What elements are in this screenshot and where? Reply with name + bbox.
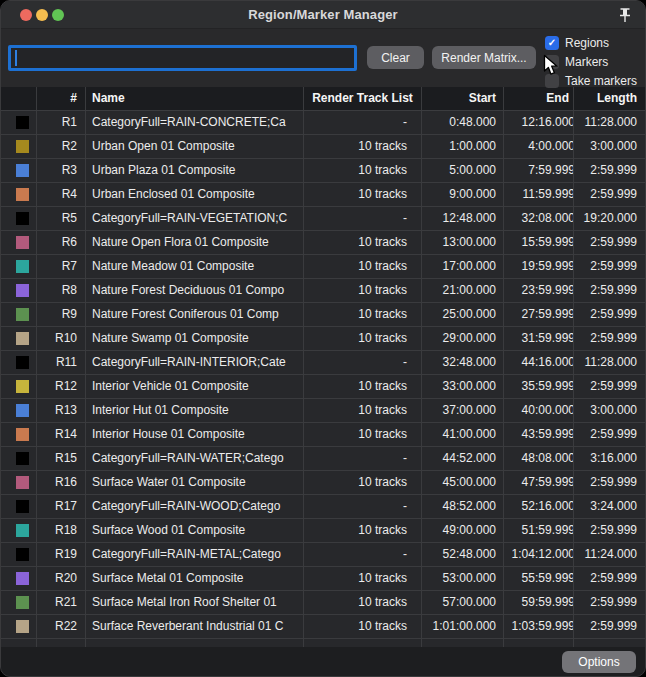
table-row[interactable]: R6 Nature Open Flora 01 Composite 10 tra… bbox=[1, 231, 645, 255]
table-row[interactable]: R8 Nature Forest Deciduous 01 Compo 10 t… bbox=[1, 279, 645, 303]
column-header-render-track-list[interactable]: Render Track List bbox=[304, 87, 422, 110]
table-row[interactable]: R5 CategoryFull=RAIN-VEGETATION;C - 12:4… bbox=[1, 207, 645, 231]
table-row[interactable]: R2 Urban Open 01 Composite 10 tracks 1:0… bbox=[1, 135, 645, 159]
options-button[interactable]: Options bbox=[562, 651, 636, 673]
clear-button[interactable]: Clear bbox=[367, 46, 424, 69]
table-row[interactable]: R12 Interior Vehicle 01 Composite 10 tra… bbox=[1, 375, 645, 399]
table-row[interactable]: R3 Urban Plaza 01 Composite 10 tracks 5:… bbox=[1, 159, 645, 183]
region-color-swatch[interactable] bbox=[16, 260, 29, 273]
region-color-swatch[interactable] bbox=[16, 212, 29, 225]
table-row[interactable]: R13 Interior Hut 01 Composite 10 tracks … bbox=[1, 399, 645, 423]
region-id: R9 bbox=[37, 303, 86, 326]
region-length: 11:28.000 bbox=[574, 351, 645, 374]
traffic-lights bbox=[20, 9, 64, 21]
table-row[interactable]: R1 CategoryFull=RAIN-CONCRETE;Ca - 0:48.… bbox=[1, 111, 645, 135]
region-name: Interior Hut 01 Composite bbox=[86, 399, 304, 422]
region-name: Interior Vehicle 01 Composite bbox=[86, 375, 304, 398]
region-render-track-list: 10 tracks bbox=[304, 423, 422, 446]
table-row[interactable]: R15 CategoryFull=RAIN-WATER;Catego - 44:… bbox=[1, 447, 645, 471]
region-color-swatch[interactable] bbox=[16, 620, 29, 633]
region-id: R6 bbox=[37, 231, 86, 254]
zoom-window-button[interactable] bbox=[52, 9, 64, 21]
region-color-swatch[interactable] bbox=[16, 188, 29, 201]
region-color-swatch[interactable] bbox=[16, 284, 29, 297]
region-length: 2:59.999 bbox=[574, 615, 645, 638]
region-start: 48:52.000 bbox=[422, 495, 504, 518]
region-color-swatch[interactable] bbox=[16, 356, 29, 369]
region-color-swatch[interactable] bbox=[16, 380, 29, 393]
table-body: R1 CategoryFull=RAIN-CONCRETE;Ca - 0:48.… bbox=[1, 111, 645, 639]
window-title: Region/Marker Manager bbox=[248, 7, 397, 22]
table-row[interactable]: R20 Surface Metal 01 Composite 10 tracks… bbox=[1, 567, 645, 591]
region-color-swatch[interactable] bbox=[16, 116, 29, 129]
column-header-start[interactable]: Start bbox=[422, 87, 504, 110]
titlebar: Region/Marker Manager bbox=[1, 1, 645, 29]
region-id: R16 bbox=[37, 471, 86, 494]
region-color-swatch[interactable] bbox=[16, 164, 29, 177]
table-row[interactable]: R16 Surface Water 01 Composite 10 tracks… bbox=[1, 471, 645, 495]
markers-checkbox[interactable]: Markers bbox=[545, 52, 637, 71]
pin-icon[interactable] bbox=[616, 6, 634, 24]
region-color-swatch[interactable] bbox=[16, 308, 29, 321]
region-name: Nature Forest Coniferous 01 Comp bbox=[86, 303, 304, 326]
region-render-track-list: 10 tracks bbox=[304, 303, 422, 326]
table-row[interactable]: R7 Nature Meadow 01 Composite 10 tracks … bbox=[1, 255, 645, 279]
render-matrix-button[interactable]: Render Matrix... bbox=[432, 46, 536, 69]
minimize-window-button[interactable] bbox=[36, 9, 48, 21]
region-start: 57:00.000 bbox=[422, 591, 504, 614]
region-color-swatch[interactable] bbox=[16, 596, 29, 609]
region-color-swatch[interactable] bbox=[16, 548, 29, 561]
region-color-swatch[interactable] bbox=[16, 404, 29, 417]
region-color-swatch[interactable] bbox=[16, 476, 29, 489]
region-id: R10 bbox=[37, 327, 86, 350]
region-id: R11 bbox=[37, 351, 86, 374]
region-name: Surface Water 01 Composite bbox=[86, 471, 304, 494]
region-color-swatch[interactable] bbox=[16, 572, 29, 585]
checkbox-icon bbox=[545, 36, 559, 50]
region-color-swatch[interactable] bbox=[16, 332, 29, 345]
region-render-track-list: - bbox=[304, 447, 422, 470]
region-length: 3:00.000 bbox=[574, 135, 645, 158]
table-row[interactable]: R9 Nature Forest Coniferous 01 Comp 10 t… bbox=[1, 303, 645, 327]
region-color-swatch[interactable] bbox=[16, 236, 29, 249]
region-id: R5 bbox=[37, 207, 86, 230]
column-header-end[interactable]: End bbox=[504, 87, 574, 110]
table-row[interactable]: R14 Interior House 01 Composite 10 track… bbox=[1, 423, 645, 447]
region-name: CategoryFull=RAIN-WATER;Catego bbox=[86, 447, 304, 470]
region-start: 52:48.000 bbox=[422, 543, 504, 566]
table-row[interactable]: R21 Surface Metal Iron Roof Shelter 01 1… bbox=[1, 591, 645, 615]
region-length: 2:59.999 bbox=[574, 159, 645, 182]
column-header-name[interactable]: Name bbox=[86, 87, 304, 110]
column-header-length[interactable]: Length bbox=[574, 87, 645, 110]
table-row[interactable]: R11 CategoryFull=RAIN-INTERIOR;Cate - 32… bbox=[1, 351, 645, 375]
checkbox-label: Take markers bbox=[565, 74, 637, 88]
table-row[interactable]: R18 Surface Wood 01 Composite 10 tracks … bbox=[1, 519, 645, 543]
region-color-swatch[interactable] bbox=[16, 500, 29, 513]
column-header-color[interactable] bbox=[1, 87, 37, 110]
close-window-button[interactable] bbox=[20, 9, 32, 21]
region-length: 2:59.999 bbox=[574, 183, 645, 206]
region-name: CategoryFull=RAIN-VEGETATION;C bbox=[86, 207, 304, 230]
region-color-swatch[interactable] bbox=[16, 428, 29, 441]
table-row[interactable]: R22 Surface Reverberant Industrial 01 C … bbox=[1, 615, 645, 639]
region-render-track-list: 10 tracks bbox=[304, 183, 422, 206]
region-end: 35:59.999 bbox=[504, 375, 574, 398]
region-color-swatch[interactable] bbox=[16, 140, 29, 153]
checkbox-label: Markers bbox=[565, 55, 608, 69]
region-length: 2:59.999 bbox=[574, 327, 645, 350]
filter-input[interactable] bbox=[8, 45, 357, 71]
region-end: 7:59.999 bbox=[504, 159, 574, 182]
region-length: 2:59.999 bbox=[574, 567, 645, 590]
region-name: CategoryFull=RAIN-CONCRETE;Ca bbox=[86, 111, 304, 134]
table-row[interactable]: R19 CategoryFull=RAIN-METAL;Catego - 52:… bbox=[1, 543, 645, 567]
table-row[interactable]: R10 Nature Swamp 01 Composite 10 tracks … bbox=[1, 327, 645, 351]
region-render-track-list: 10 tracks bbox=[304, 279, 422, 302]
region-name: Surface Metal 01 Composite bbox=[86, 567, 304, 590]
column-header-number[interactable]: # bbox=[37, 87, 86, 110]
region-color-swatch[interactable] bbox=[16, 452, 29, 465]
table-row[interactable]: R17 CategoryFull=RAIN-WOOD;Catego - 48:5… bbox=[1, 495, 645, 519]
region-color-swatch[interactable] bbox=[16, 524, 29, 537]
regions-checkbox[interactable]: Regions bbox=[545, 33, 637, 52]
table-row[interactable]: R4 Urban Enclosed 01 Composite 10 tracks… bbox=[1, 183, 645, 207]
region-length: 19:20.000 bbox=[574, 207, 645, 230]
